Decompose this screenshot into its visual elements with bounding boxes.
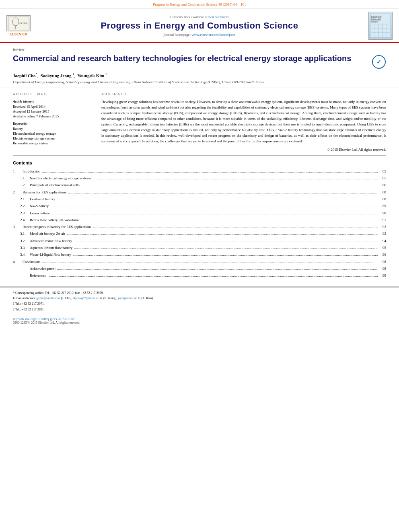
- review-label: Review: [13, 47, 386, 51]
- article-title: Commercial and research battery technolo…: [13, 53, 367, 64]
- toc-item-2-4: 2.4. Redox flow battery; all-vanadium ..…: [13, 217, 386, 223]
- keywords-section: Keywords: Battery Electrochemical energy…: [13, 121, 86, 145]
- toc-item-2: 2. Batteries for EES applications ......…: [13, 189, 386, 195]
- toc-item-1-1: 1.1. Need for electrical energy storage …: [13, 175, 386, 181]
- toc-item-3-1: 3.1. Metal-air battery; Zn-air .........…: [13, 231, 386, 237]
- article-info-col: ARTICLE INFO Article history: Received 1…: [13, 92, 93, 152]
- article-section: Review Commercial and research battery t…: [0, 43, 399, 88]
- author-2: Sookyung Jeong: [41, 73, 72, 78]
- toc-item-3: 3. Recent progress in battery for EES ap…: [13, 224, 386, 230]
- contents-header: Contents: [13, 160, 386, 165]
- footnotes: * Corresponding author. Tel.: +82 52 217…: [0, 287, 399, 315]
- abstract-text: Developing green energy solutions has be…: [101, 99, 386, 144]
- abstract-header: ABSTRACT: [101, 92, 386, 96]
- received-date: Received 15 April 2014: [13, 105, 86, 109]
- corresponding-author: * Corresponding author. Tel.: +82 52 217…: [13, 291, 386, 296]
- journal-header: LSEVIER ELSEVIER Contents lists availabl…: [0, 8, 399, 43]
- abstract-col: ABSTRACT Developing green energy solutio…: [101, 92, 386, 152]
- toc-item-4: 4. Conclusions .........................…: [13, 259, 386, 265]
- crossmark-icon: ✓: [372, 55, 386, 69]
- journal-title: Progress in Energy and Combustion Scienc…: [31, 21, 368, 31]
- svg-text:LSEVIER: LSEVIER: [19, 22, 27, 24]
- article-history: Article history: Received 15 April 2014 …: [13, 99, 86, 118]
- sciencedirect-link[interactable]: ScienceDirect: [208, 15, 228, 19]
- svg-text:PROGRESS IN: PROGRESS IN: [371, 16, 382, 17]
- toc-item-references: References .............................…: [13, 273, 386, 279]
- history-label: Article history:: [13, 99, 86, 103]
- copyright-line: © 2015 Elsevier Ltd. All rights reserved…: [101, 148, 386, 152]
- toc-item-2-3: 2.3. Li-ion battery ....................…: [13, 210, 386, 216]
- author-3: Youngsik Kim: [78, 73, 105, 78]
- doi-link[interactable]: http://dx.doi.org/10.1016/j.jpecs.2015.0…: [13, 317, 75, 321]
- keyword-2: Electrochemical energy storage: [13, 131, 86, 136]
- email-1-link[interactable]: jpcho@unist.ac.kr: [37, 296, 60, 300]
- doi-section: http://dx.doi.org/10.1016/j.jpecs.2015.0…: [0, 315, 399, 327]
- email-3-link[interactable]: ykim@unist.ac.kr: [118, 296, 140, 300]
- article-info-header: ARTICLE INFO: [13, 92, 86, 96]
- affiliation: Department of Energy Engineering, School…: [13, 80, 386, 85]
- author-1: Jaephil Cho: [13, 73, 36, 78]
- toc-item-2-2: 2.2. Na–S battery ......................…: [13, 203, 386, 209]
- footnote-2: 2 Tel.: +82 52 217 2921.: [13, 307, 386, 312]
- keyword-1: Battery: [13, 127, 86, 131]
- toc-item-acknowledgment: Acknowledgment .........................…: [13, 266, 386, 272]
- journal-homepage-link[interactable]: www.elsevier.com/locate/pecs: [191, 33, 235, 37]
- toc-item-3-2: 3.2. Advanced redox flow battery .......…: [13, 238, 386, 244]
- elsevier-logo: LSEVIER ELSEVIER: [6, 15, 31, 36]
- contents-line: Contents lists available at ScienceDirec…: [31, 15, 368, 19]
- crossmark: ✓: [372, 55, 386, 69]
- toc-item-3-4: 3.4. Waste-Li-liquid flow battery ......…: [13, 252, 386, 258]
- doi-link-line: http://dx.doi.org/10.1016/j.jpecs.2015.0…: [13, 317, 386, 321]
- toc-item-2-1: 2.1. Lead-acid battery .................…: [13, 196, 386, 202]
- available-date: Available online 7 February 2015: [13, 114, 86, 118]
- keyword-4: Renewable energy system: [13, 141, 86, 145]
- article-title-row: Commercial and research battery technolo…: [13, 53, 386, 69]
- toc-item-1-2: 1.2. Principals of electrochemical cells…: [13, 182, 386, 188]
- two-col-section: ARTICLE INFO Article history: Received 1…: [0, 88, 399, 155]
- keyword-3: Electric energy storage system: [13, 136, 86, 140]
- svg-text:COMBUSTION: COMBUSTION: [371, 19, 382, 21]
- svg-text:SCIENCE: SCIENCE: [371, 21, 378, 23]
- elsevier-logo-image: LSEVIER: [6, 15, 31, 31]
- homepage-line: journal homepage: www.elsevier.com/locat…: [31, 33, 368, 37]
- contents-section: Contents 1. Introduction ...............…: [0, 156, 399, 287]
- email-addresses: E-mail addresses: jpcho@unist.ac.kr (J. …: [13, 296, 386, 301]
- page-top-header: Progress in Energy and Combustion Scienc…: [0, 0, 399, 8]
- svg-text:ENERGY AND: ENERGY AND: [371, 17, 381, 19]
- toc-item-1: 1. Introduction ........................…: [13, 168, 386, 175]
- issn-line: 0360-1285/© 2015 Elsevier Ltd. All right…: [13, 321, 386, 325]
- footnote-1: 1 Tel.: +82 52 217 2971.: [13, 302, 386, 307]
- keywords-label: Keywords:: [13, 121, 86, 125]
- elsevier-text: ELSEVIER: [10, 32, 28, 36]
- journal-header-center: Contents lists available at ScienceDirec…: [31, 15, 368, 37]
- authors-line: Jaephil Cho*, Sookyung Jeong 1, Youngsik…: [13, 72, 386, 78]
- toc-item-3-3: 3.3. Aqueous lithium flow battery ......…: [13, 245, 386, 251]
- accepted-date: Accepted 12 January 2015: [13, 109, 86, 113]
- email-2-link[interactable]: skjeong81@unist.ac.kr: [73, 296, 103, 300]
- journal-cover-image: PROGRESS IN ENERGY AND COMBUSTION SCIENC…: [368, 12, 393, 40]
- toc-list: 1. Introduction ........................…: [13, 168, 386, 279]
